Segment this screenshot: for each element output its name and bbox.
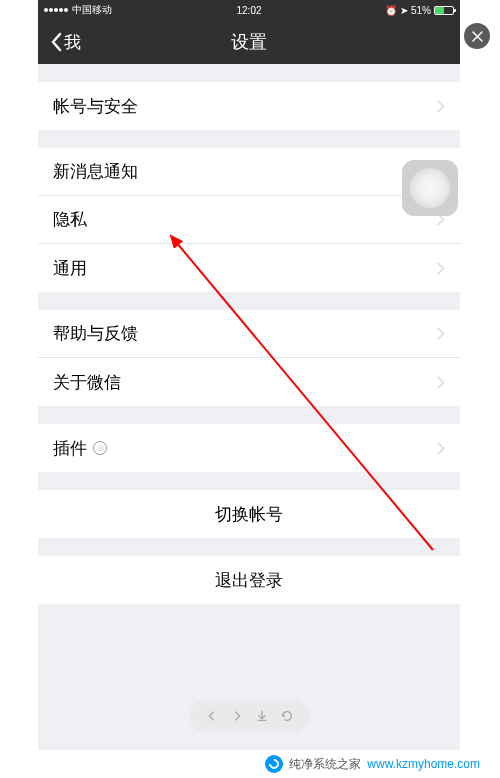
section-preferences: 新消息通知 隐私 通用 (38, 148, 460, 292)
signal-icon (44, 8, 68, 12)
content-area: 帐号与安全 新消息通知 隐私 通用 帮助与反馈 (38, 64, 460, 604)
cell-plugins[interactable]: 插件 ☉ (38, 424, 460, 472)
page-title: 设置 (231, 30, 267, 54)
chevron-right-icon (437, 100, 445, 113)
cell-switch-account[interactable]: 切换帐号 (38, 490, 460, 538)
section-logout: 退出登录 (38, 556, 460, 604)
forward-arrow-icon[interactable] (230, 709, 244, 723)
cell-label: 帐号与安全 (53, 95, 437, 118)
battery-icon (434, 6, 454, 15)
watermark-logo-icon (265, 755, 283, 773)
close-button[interactable] (464, 23, 490, 49)
cell-privacy[interactable]: 隐私 (38, 196, 460, 244)
phone-screen: 中国移动 12:02 ⏰ ➤ 51% 我 设置 帐号与安全 (38, 0, 460, 750)
cell-label: 插件 (53, 437, 87, 460)
location-icon: ➤ (400, 5, 408, 16)
section-help: 帮助与反馈 关于微信 (38, 310, 460, 406)
chevron-right-icon (437, 262, 445, 275)
chevron-right-icon (437, 376, 445, 389)
watermark-text: 纯净系统之家 (289, 756, 361, 773)
watermark-url: www.kzmyhome.com (367, 757, 480, 771)
cell-about-wechat[interactable]: 关于微信 (38, 358, 460, 406)
cell-help-feedback[interactable]: 帮助与反馈 (38, 310, 460, 358)
assistive-touch-button[interactable] (402, 160, 458, 216)
back-arrow-icon[interactable] (205, 709, 219, 723)
nav-bar: 我 设置 (38, 20, 460, 64)
status-right: ⏰ ➤ 51% (385, 5, 454, 16)
lightbulb-icon: ☉ (93, 441, 107, 455)
section-plugins: 插件 ☉ (38, 424, 460, 472)
battery-percent: 51% (411, 5, 431, 16)
cell-label: 切换帐号 (215, 503, 283, 526)
status-bar: 中国移动 12:02 ⏰ ➤ 51% (38, 0, 460, 20)
cell-label: 帮助与反馈 (53, 322, 437, 345)
status-left: 中国移动 (44, 3, 112, 17)
cell-label: 通用 (53, 257, 437, 280)
chevron-left-icon (50, 32, 62, 52)
section-account: 帐号与安全 (38, 82, 460, 130)
cell-general[interactable]: 通用 (38, 244, 460, 292)
cell-notifications[interactable]: 新消息通知 (38, 148, 460, 196)
cell-account-security[interactable]: 帐号与安全 (38, 82, 460, 130)
chevron-right-icon (437, 327, 445, 340)
bottom-toolbar (189, 700, 309, 732)
chevron-right-icon (437, 442, 445, 455)
alarm-icon: ⏰ (385, 5, 397, 16)
carrier-label: 中国移动 (72, 3, 112, 17)
cell-logout[interactable]: 退出登录 (38, 556, 460, 604)
back-label: 我 (64, 31, 81, 54)
assistive-touch-icon (410, 168, 450, 208)
close-icon (472, 31, 483, 42)
time-label: 12:02 (236, 5, 261, 16)
cell-label: 退出登录 (215, 569, 283, 592)
cell-label: 新消息通知 (53, 160, 437, 183)
cell-label: 关于微信 (53, 371, 437, 394)
cell-label: 隐私 (53, 208, 437, 231)
back-button[interactable]: 我 (50, 31, 81, 54)
refresh-icon[interactable] (280, 709, 294, 723)
watermark: 纯净系统之家 www.kzmyhome.com (0, 750, 500, 778)
section-switch: 切换帐号 (38, 490, 460, 538)
download-icon[interactable] (255, 709, 269, 723)
